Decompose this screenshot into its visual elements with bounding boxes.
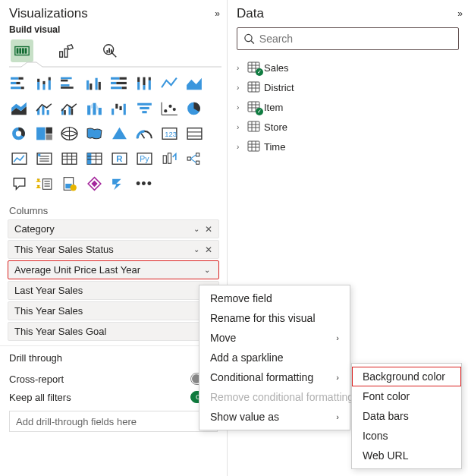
table-sales[interactable]: ›Sales [237,58,460,77]
line-clustered-column-icon[interactable] [58,98,80,119]
field-this-year-sales-goal[interactable]: This Year Sales Goal⌄ [8,322,219,341]
svg-rect-25 [61,80,68,82]
r-visual-icon[interactable]: R [108,148,130,169]
chevron-down-icon[interactable]: ⌄ [190,245,203,254]
analytics-tab[interactable] [99,39,121,62]
line-stacked-column-icon[interactable] [33,98,55,119]
svg-marker-121 [112,179,121,191]
svg-point-70 [172,108,175,111]
svg-rect-56 [98,108,101,115]
menu-move[interactable]: Move› [199,328,350,348]
search-input[interactable] [259,33,452,45]
field-this-year-sales-status[interactable]: This Year Sales Status⌄✕ [8,240,219,259]
matrix-icon[interactable] [83,148,105,169]
collapse-data-icon[interactable]: » [457,8,460,19]
field-last-year-sales[interactable]: Last Year Sales⌄ [8,281,219,300]
area-chart-icon[interactable] [183,73,206,94]
funnel-chart-icon[interactable] [133,98,155,119]
menu-conditional-formatting[interactable]: Conditional formatting› [199,367,350,387]
slicer-icon[interactable] [33,148,55,169]
qa-visual-icon[interactable] [8,173,30,194]
hundred-stacked-bar-icon[interactable] [108,73,130,94]
scatter-chart-icon[interactable] [158,98,181,119]
more-visuals-icon[interactable]: ••• [133,173,155,194]
submenu-icons[interactable]: Icons [352,426,461,446]
hundred-stacked-column-icon[interactable] [133,73,155,94]
map-icon[interactable] [58,123,80,144]
submenu-web-url[interactable]: Web URL [352,446,461,465]
chevron-down-icon[interactable]: ⌄ [190,225,203,233]
submenu-font-color[interactable]: Font color [352,386,461,406]
line-chart-icon[interactable] [158,73,181,94]
svg-rect-74 [36,128,45,140]
svg-marker-78 [112,128,127,140]
menu-add-sparkline[interactable]: Add a sparkline [199,348,350,367]
multirow-card-icon[interactable] [183,123,206,144]
search-icon [243,33,255,45]
power-automate-icon[interactable] [108,173,130,194]
key-influencers-icon[interactable] [158,148,181,169]
azure-map-icon[interactable] [108,123,130,144]
kpi-icon[interactable] [8,148,30,169]
submenu-data-bars[interactable]: Data bars [352,406,461,426]
paginated-report-icon[interactable] [58,173,80,194]
table-icon [247,81,261,93]
svg-rect-53 [71,109,73,115]
svg-rect-28 [86,80,89,90]
python-visual-icon[interactable]: Py [133,148,155,169]
menu-remove-field[interactable]: Remove field [199,288,350,308]
svg-line-123 [251,41,254,44]
table-item[interactable]: ›Item [237,97,460,117]
field-context-menu: Remove field Rename for this visual Move… [199,285,350,430]
treemap-icon[interactable] [33,123,55,144]
drill-through-dropzone[interactable]: Add drill-through fields here [9,411,218,432]
table-icon[interactable] [58,148,80,169]
svg-line-111 [190,159,196,162]
build-tab[interactable] [11,39,33,62]
table-time[interactable]: ›Time [237,137,460,156]
close-icon[interactable]: ✕ [203,224,214,235]
pie-chart-icon[interactable] [183,98,206,119]
donut-chart-icon[interactable] [8,123,30,144]
collapse-visualizations-icon[interactable]: » [215,8,218,19]
card-icon[interactable]: 123 [158,123,181,144]
power-apps-icon[interactable] [83,173,105,194]
svg-rect-20 [42,84,45,90]
field-category[interactable]: Category⌄✕ [8,219,219,238]
cross-report-label: Cross-report [9,374,64,385]
filled-map-icon[interactable] [83,123,105,144]
close-icon[interactable]: ✕ [203,244,214,255]
svg-rect-36 [111,87,122,89]
waterfall-chart-icon[interactable] [108,98,130,119]
smart-narrative-icon[interactable] [33,173,55,194]
format-tab[interactable] [55,39,77,62]
chevron-down-icon[interactable]: ⌄ [200,266,214,274]
svg-line-79 [141,134,144,138]
visualizations-title: Visualizations [9,6,88,21]
svg-rect-19 [37,79,39,82]
clustered-column-chart-icon[interactable] [83,73,105,94]
svg-rect-65 [142,111,146,113]
stacked-bar-chart-icon[interactable] [8,73,30,94]
svg-rect-37 [121,87,126,89]
menu-rename[interactable]: Rename for this visual [199,308,350,328]
gauge-icon[interactable] [133,123,155,144]
field-this-year-sales[interactable]: This Year Sales⌄ [8,301,219,320]
submenu-background-color[interactable]: Background color [352,367,461,386]
svg-rect-48 [42,106,44,115]
table-store[interactable]: ›Store [237,117,460,137]
stacked-column-chart-icon[interactable] [33,73,55,94]
table-district[interactable]: ›District [237,77,460,97]
decomposition-tree-icon[interactable] [183,148,206,169]
stacked-area-chart-icon[interactable] [8,98,30,119]
ribbon-chart-icon[interactable] [83,98,105,119]
chevron-right-icon: › [336,333,339,342]
field-average-unit-price[interactable]: Average Unit Price Last Year⌄ [8,260,219,279]
chevron-right-icon: › [237,84,244,92]
svg-rect-18 [37,82,39,90]
menu-show-value-as[interactable]: Show value as› [199,407,350,427]
svg-rect-85 [12,153,27,165]
search-box[interactable] [237,27,459,50]
svg-rect-23 [48,77,50,80]
clustered-bar-chart-icon[interactable] [58,73,80,94]
